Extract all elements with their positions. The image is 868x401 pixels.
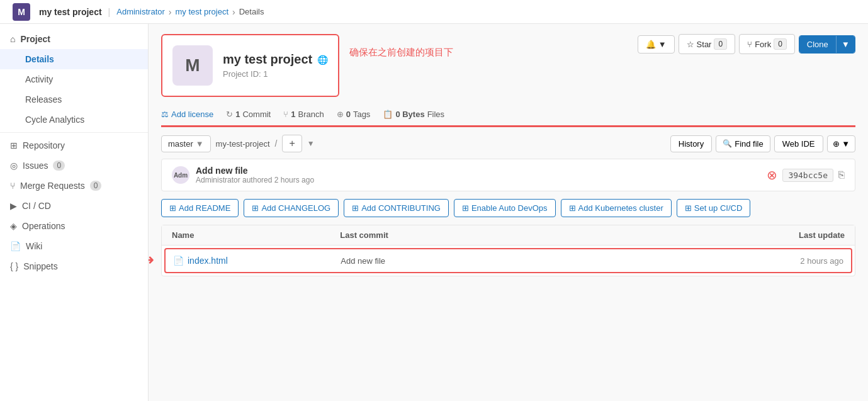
search-icon: 🔍 — [723, 139, 732, 148]
sidebar-item-issues[interactable]: ◎ Issues 0 — [0, 155, 148, 176]
web-ide-button[interactable]: Web IDE — [774, 135, 823, 152]
project-id: Project ID: 1 — [223, 69, 328, 79]
issues-icon: ◎ — [10, 161, 18, 171]
breadcrumb-project[interactable]: my test project — [175, 7, 228, 16]
copy-hash-icon[interactable]: ⎘ — [838, 169, 845, 181]
plus-icon-cicd: ⊞ — [685, 203, 692, 213]
plus-icon-readme: ⊞ — [169, 203, 176, 213]
star-button[interactable]: ☆ Star 0 — [679, 34, 736, 54]
plus-icon-contributing: ⊞ — [352, 203, 359, 213]
path-project: my-test-project — [216, 139, 270, 149]
sidebar-item-details[interactable]: Details — [0, 49, 148, 69]
home-icon: ⌂ — [10, 34, 15, 44]
project-name: my test project — [223, 52, 312, 67]
add-chevron: ▼ — [307, 139, 315, 148]
commit-avatar: Adm — [172, 166, 189, 184]
plus-icon-changelog: ⊞ — [252, 203, 259, 213]
sidebar: ⌂ Project Details Activity Releases Cycl… — [0, 24, 149, 401]
enable-autodevops-button[interactable]: ⊞ Enable Auto DevOps — [454, 199, 556, 217]
branch-select-label: master — [168, 139, 193, 149]
plus-icon-devops: ⊞ — [462, 203, 469, 213]
commit-hash: 394bcc5e — [782, 169, 833, 182]
topbar-project: my test project — [39, 7, 102, 17]
project-info: my test project 🌐 Project ID: 1 — [223, 52, 328, 79]
find-file-button[interactable]: 🔍 Find file — [716, 135, 770, 152]
notification-button[interactable]: 🔔 ▼ — [638, 35, 675, 54]
commit-error-icon: ⊗ — [767, 167, 777, 183]
project-actions: 🔔 ▼ ☆ Star 0 ⑂ Fork 0 Clone — [638, 34, 855, 54]
notification-chevron: ▼ — [658, 40, 667, 49]
bell-icon: 🔔 — [646, 40, 656, 49]
breadcrumb-admin[interactable]: Administrator — [116, 7, 165, 16]
operations-icon: ◈ — [10, 221, 17, 231]
quick-actions: ⊞ Add README ⊞ Add CHANGELOG ⊞ Add CONTR… — [161, 199, 855, 217]
path-separator: / — [275, 138, 278, 149]
annotation-text: 确保在之前创建的项目下 — [349, 47, 453, 59]
cicd-icon: ▶ — [10, 201, 17, 211]
snippets-icon: { } — [10, 261, 18, 271]
sidebar-item-wiki[interactable]: 📄 Wiki — [0, 236, 148, 256]
branch-icon: ⑂ — [283, 110, 288, 119]
add-file-button[interactable]: + — [282, 135, 302, 152]
clone-main[interactable]: Clone — [799, 36, 836, 53]
add-license-stat[interactable]: ⚖ Add license — [161, 110, 213, 119]
branch-select[interactable]: master ▼ — [161, 135, 211, 152]
red-arrow: ➜ — [149, 252, 154, 268]
commits-stat[interactable]: ↻ 1 Commit — [226, 110, 271, 119]
file-icon: 📄 — [173, 256, 184, 266]
star-count: 0 — [714, 38, 727, 50]
fork-count: 0 — [774, 38, 787, 50]
history-button[interactable]: History — [670, 135, 712, 152]
size-stat: 📋 0 Bytes Files — [383, 110, 444, 119]
commit-icon: ↻ — [226, 110, 233, 119]
add-readme-button[interactable]: ⊞ Add README — [161, 199, 239, 217]
clone-button[interactable]: Clone ▼ — [799, 35, 855, 54]
file-date: 2 hours ago — [676, 256, 843, 266]
sidebar-item-operations[interactable]: ◈ Operations — [0, 216, 148, 236]
commit-row: Adm Add new file Administrator authored … — [161, 159, 855, 191]
fork-button[interactable]: ⑂ Fork 0 — [739, 34, 795, 54]
branches-stat[interactable]: ⑂ 1 Branch — [283, 110, 324, 119]
tag-icon: ⊕ — [337, 110, 344, 119]
more-options-button[interactable]: ⊕ ▼ — [827, 135, 855, 152]
issues-badge: 0 — [53, 161, 65, 171]
add-kubernetes-button[interactable]: ⊞ Add Kubernetes cluster — [561, 199, 672, 217]
commit-title: Add new file — [196, 166, 314, 176]
branch-chevron: ▼ — [196, 139, 204, 149]
mr-badge: 0 — [90, 181, 102, 191]
file-name: 📄 index.html — [173, 256, 341, 266]
star-icon: ☆ — [687, 40, 694, 49]
add-contributing-button[interactable]: ⊞ Add CONTRIBUTING — [344, 199, 449, 217]
sidebar-item-activity[interactable]: Activity — [0, 69, 148, 89]
project-header-card: M my test project 🌐 Project ID: 1 — [161, 34, 339, 97]
tags-stat[interactable]: ⊕ 0 Tags — [337, 110, 371, 119]
fork-icon: ⑂ — [747, 40, 752, 49]
repository-icon: ⊞ — [10, 140, 18, 150]
plus-icon-k8s: ⊞ — [569, 203, 576, 213]
breadcrumb-details: Details — [239, 7, 264, 16]
add-changelog-button[interactable]: ⊞ Add CHANGELOG — [244, 199, 339, 217]
setup-cicd-button[interactable]: ⊞ Set up CI/CD — [677, 199, 751, 217]
file-row-highlighted[interactable]: 📄 index.html Add new file 2 hours ago — [164, 248, 852, 273]
commit-meta: Administrator authored 2 hours ago — [196, 176, 314, 184]
globe-icon: 🌐 — [317, 55, 328, 65]
file-table-header: Name Last commit Last update — [162, 225, 855, 246]
main-content: M my test project 🌐 Project ID: 1 确保在之前创… — [149, 24, 868, 401]
file-row[interactable]: 📄 index.html Add new file 2 hours ago — [166, 249, 851, 272]
sidebar-project-header[interactable]: ⌂ Project — [0, 29, 148, 49]
sidebar-item-cycle-analytics[interactable]: Cycle Analytics — [0, 110, 148, 130]
wiki-icon: 📄 — [10, 241, 21, 251]
sidebar-item-releases[interactable]: Releases — [0, 89, 148, 110]
sidebar-item-merge-requests[interactable]: ⑂ Merge Requests 0 — [0, 176, 148, 196]
sidebar-item-repository[interactable]: ⊞ Repository — [0, 135, 148, 155]
file-commit-msg: Add new file — [341, 256, 676, 266]
project-avatar: M — [172, 45, 213, 86]
stats-bar: ⚖ Add license ↻ 1 Commit ⑂ 1 Branch ⊕ 0 … — [161, 104, 855, 127]
app-logo: M — [13, 3, 30, 21]
sidebar-item-cicd[interactable]: ▶ CI / CD — [0, 196, 148, 216]
branch-toolbar: master ▼ my-test-project / + ▼ History 🔍… — [161, 135, 855, 152]
merge-icon: ⑂ — [10, 181, 15, 191]
clone-dropdown[interactable]: ▼ — [836, 36, 855, 53]
file-table: ➜ Name Last commit Last update 📄 index.h… — [161, 225, 855, 276]
sidebar-item-snippets[interactable]: { } Snippets — [0, 256, 148, 276]
